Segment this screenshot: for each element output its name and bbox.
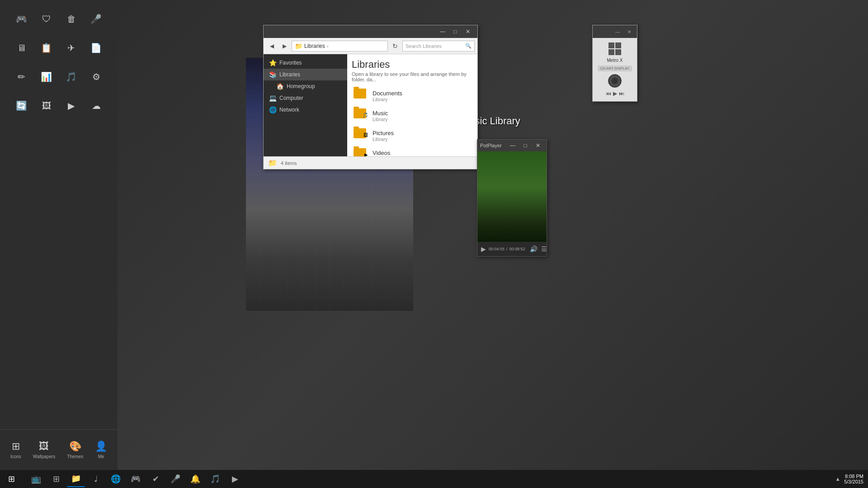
dock-item-icons[interactable]: ⊞ Icons <box>8 438 24 462</box>
videos-name: Videos <box>373 150 391 156</box>
nav-item-libraries[interactable]: 📚 Libraries <box>264 69 347 80</box>
network-icon: 🌐 <box>269 106 277 113</box>
back-button[interactable]: ◀ <box>266 41 277 52</box>
taskbar-item-play[interactable]: ▶ <box>226 471 244 487</box>
libraries-label: Libraries <box>279 71 300 78</box>
potplayer-minimize[interactable]: — <box>507 141 519 150</box>
sidebar-icon-plane[interactable]: ✈ <box>61 38 81 58</box>
sidebar-icon-gear[interactable]: ⚙ <box>86 67 106 87</box>
file-explorer-toolbar: ◀ ▶ 📁 Libraries › ↻ Search Libraries 🔍 <box>264 38 477 54</box>
taskbar-item-media[interactable]: 🎵 <box>206 471 224 487</box>
sidebar-icon-page[interactable]: 📄 <box>86 38 106 58</box>
documents-info: Documents Library <box>373 90 402 102</box>
metro-x-close[interactable]: ✕ <box>623 27 635 37</box>
taskbar-items: 📺 ⊞ 📁 ♩ 🌐 🎮 ✔ 🎤 🔔 🎵 ▶ <box>23 471 830 487</box>
taskbar-hide-arrow[interactable]: ▲ <box>835 476 840 482</box>
library-item-videos[interactable]: ▶ Videos Library <box>352 145 473 156</box>
metro-x-logo <box>609 42 621 55</box>
taskbar-item-store[interactable]: 📺 <box>27 471 45 487</box>
library-item-pictures[interactable]: 🖼 Pictures Library <box>352 126 473 145</box>
metro-play-button[interactable]: ▶ <box>613 90 617 97</box>
cd-art-display-button[interactable]: CD ART DISPLAY <box>598 66 632 71</box>
taskbar-clock: 8:08 PM 5/3/2015 <box>844 474 863 484</box>
left-sidebar: 🎮 🛡 🗑 🎤 🖥 📋 ✈ 📄 ✏ 📊 🎵 ⚙ 🔄 🖼 ▶ ☁ <box>0 0 118 488</box>
nav-item-homegroup[interactable]: 🏠 Homegroup <box>264 80 347 92</box>
sidebar-icon-clipboard[interactable]: 📋 <box>37 38 57 58</box>
sidebar-icon-play[interactable]: ▶ <box>61 96 81 116</box>
status-folder-icon: 📁 <box>268 159 277 167</box>
taskbar-item-music[interactable]: ♩ <box>87 471 105 487</box>
window-content: ⭐ Favorites 📚 Libraries 🏠 Homegroup 💻 Co… <box>264 54 477 156</box>
metro-x-minimize[interactable]: — <box>612 27 623 37</box>
dock-item-me[interactable]: 👤 Me <box>92 438 110 462</box>
potplayer-close[interactable]: ✕ <box>532 141 544 150</box>
sidebar-icon-chart[interactable]: 📊 <box>37 67 57 87</box>
minimize-button[interactable]: — <box>437 27 448 37</box>
documents-type: Library <box>373 97 402 102</box>
metro-prev-button[interactable]: ⏮ <box>606 90 611 97</box>
start-button[interactable]: ⊞ <box>0 470 23 488</box>
taskbar-item-mic[interactable]: 🎤 <box>166 471 184 487</box>
potplayer-play-button[interactable]: ▶ <box>480 244 487 253</box>
sidebar-icon-monitor[interactable]: 🖥 <box>12 38 32 58</box>
taskbar-item-browser[interactable]: 🌐 <box>107 471 125 487</box>
potplayer-video-content <box>477 151 547 242</box>
address-bar[interactable]: 📁 Libraries › <box>292 41 388 52</box>
sidebar-icon-image[interactable]: 🖼 <box>37 96 57 116</box>
potplayer-video[interactable] <box>477 151 547 242</box>
music-icon: 🎵 <box>354 108 368 123</box>
nav-pane: ⭐ Favorites 📚 Libraries 🏠 Homegroup 💻 Co… <box>264 54 347 156</box>
dock-item-wallpapers[interactable]: 🖼 Wallpapers <box>30 438 58 462</box>
libraries-icon: 📚 <box>269 71 277 78</box>
dock-item-themes[interactable]: 🎨 Themes <box>64 438 86 462</box>
nav-item-computer[interactable]: 💻 Computer <box>264 92 347 104</box>
close-button[interactable]: ✕ <box>462 27 474 37</box>
forward-button[interactable]: ▶ <box>279 41 290 52</box>
sidebar-row-3: ✏ 📊 🎵 ⚙ <box>0 63 118 90</box>
sidebar-icon-mic[interactable]: 🎤 <box>86 9 106 29</box>
taskbar-item-notify[interactable]: 🔔 <box>186 471 204 487</box>
libraries-description: Open a library to see your files and arr… <box>352 71 473 82</box>
taskbar-item-explorer[interactable]: 📁 <box>67 471 85 487</box>
sidebar-icon-gamepad[interactable]: 🎮 <box>12 9 32 29</box>
search-icon: 🔍 <box>465 43 472 49</box>
taskbar-item-games[interactable]: 🎮 <box>127 471 145 487</box>
metro-x-titlebar: — ✕ <box>593 25 637 38</box>
metro-x-vinyl <box>608 74 622 88</box>
refresh-button[interactable]: ↻ <box>390 41 401 52</box>
icons-label: Icons <box>10 454 21 459</box>
sidebar-icon-refresh[interactable]: 🔄 <box>12 96 32 116</box>
libraries-list: Documents Library 🎵 Music Library <box>352 86 473 156</box>
sidebar-row-1: 🎮 🛡 🗑 🎤 <box>0 5 118 33</box>
address-folder-icon: 📁 <box>295 42 302 50</box>
library-item-documents[interactable]: Documents Library <box>352 86 473 106</box>
potplayer-playlist-icon[interactable]: ☰ <box>540 244 548 253</box>
potplayer-titlebar: PotPlayer — □ ✕ <box>477 140 547 151</box>
sidebar-icon-music[interactable]: 🎵 <box>61 67 81 87</box>
sidebar-row-2: 🖥 📋 ✈ 📄 <box>0 34 118 61</box>
nav-item-favorites[interactable]: ⭐ Favorites <box>264 57 347 69</box>
me-icon: 👤 <box>95 441 107 452</box>
sidebar-icon-trash[interactable]: 🗑 <box>61 9 81 29</box>
nav-item-network[interactable]: 🌐 Network <box>264 104 347 116</box>
taskbar-item-metro[interactable]: ⊞ <box>47 471 65 487</box>
music-name: Music <box>373 110 388 117</box>
sidebar-icon-cloud[interactable]: ☁ <box>86 96 106 116</box>
metro-next-button[interactable]: ⏭ <box>619 90 624 97</box>
network-label: Network <box>279 107 299 113</box>
documents-icon <box>354 89 368 103</box>
metro-x-controls: ⏮ ▶ ⏭ <box>606 90 624 97</box>
maximize-button[interactable]: □ <box>449 27 461 37</box>
potplayer-maximize[interactable]: □ <box>519 141 531 150</box>
potplayer-volume-icon[interactable]: 🔊 <box>529 244 538 253</box>
sidebar-icon-pencil[interactable]: ✏ <box>12 67 32 87</box>
search-box[interactable]: Search Libraries 🔍 <box>402 41 475 52</box>
sidebar-icon-shield[interactable]: 🛡 <box>37 9 57 29</box>
metro-logo-sq1 <box>609 42 614 48</box>
address-text: Libraries <box>304 43 325 49</box>
taskbar-item-check[interactable]: ✔ <box>146 471 165 487</box>
taskbar-right: ▲ 8:08 PM 5/3/2015 <box>830 474 868 484</box>
homegroup-icon: 🏠 <box>276 83 284 90</box>
favorites-icon: ⭐ <box>269 59 277 66</box>
library-item-music[interactable]: 🎵 Music Library <box>352 106 473 126</box>
